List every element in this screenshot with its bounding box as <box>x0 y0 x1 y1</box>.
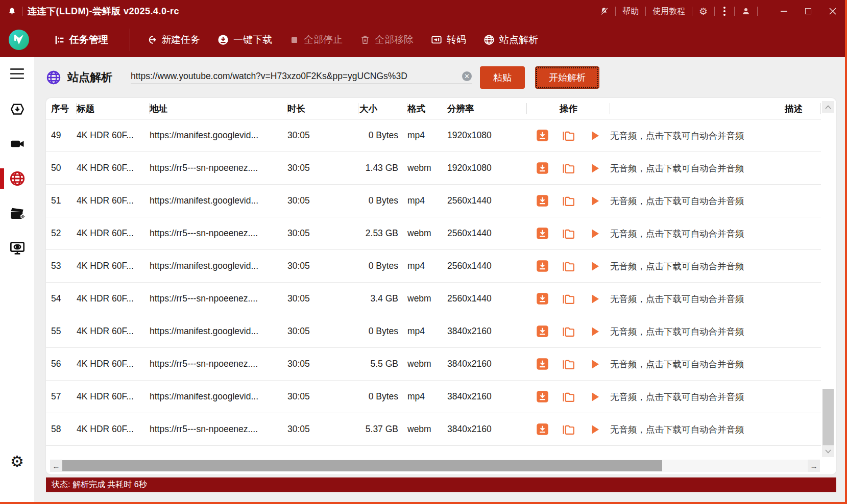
vertical-scrollbar[interactable] <box>822 101 834 457</box>
tab-task-manager[interactable]: 任务管理 <box>54 33 108 46</box>
settings-gear-icon[interactable]: ⚙ <box>10 454 24 469</box>
download-icon[interactable] <box>536 292 549 306</box>
clear-input-icon[interactable]: ✕ <box>462 71 472 81</box>
download-icon[interactable] <box>536 129 549 142</box>
horizontal-scrollbar[interactable]: ← → <box>50 460 820 472</box>
header-resolution: 分辨率 <box>447 102 527 116</box>
help-link[interactable]: 帮助 <box>622 6 639 17</box>
row-url: https://manifest.googlevid... <box>150 130 287 141</box>
open-folder-icon[interactable] <box>562 259 575 273</box>
open-folder-icon[interactable] <box>562 194 575 208</box>
open-folder-icon[interactable] <box>562 161 575 175</box>
row-resolution: 3840x2160 <box>447 391 527 402</box>
url-input[interactable] <box>131 71 458 82</box>
table-row[interactable]: 53 4K HDR 60F... https://manifest.google… <box>46 250 821 283</box>
play-icon[interactable] <box>588 129 601 142</box>
stop-all-label: 全部停止 <box>304 33 343 46</box>
open-folder-icon[interactable] <box>562 226 575 240</box>
play-icon[interactable] <box>588 226 601 240</box>
table-row[interactable]: 51 4K HDR 60F... https://manifest.google… <box>46 185 821 217</box>
start-parse-button[interactable]: 开始解析 <box>535 66 599 89</box>
open-folder-icon[interactable] <box>562 390 575 404</box>
table-row[interactable]: 55 4K HDR 60F... https://manifest.google… <box>46 315 821 348</box>
open-folder-icon[interactable] <box>562 292 575 306</box>
play-icon[interactable] <box>588 357 601 371</box>
settings-gear-icon[interactable]: ⚙ <box>699 7 708 16</box>
sidebar-item-media-add[interactable] <box>0 201 34 225</box>
play-icon[interactable] <box>588 324 601 338</box>
horizontal-scroll-thumb[interactable] <box>62 460 662 471</box>
tutorial-link[interactable]: 使用教程 <box>652 6 685 17</box>
download-icon[interactable] <box>536 226 549 240</box>
one-click-download-button[interactable]: 一键下载 <box>217 33 272 46</box>
row-size: 0 Bytes <box>358 326 407 337</box>
maximize-button[interactable] <box>796 0 820 22</box>
play-icon[interactable] <box>588 194 601 208</box>
play-icon[interactable] <box>588 259 601 273</box>
site-parse-globe-icon <box>46 70 61 85</box>
row-description: 无音频，点击下载可自动合并音频 <box>610 423 821 436</box>
close-button[interactable] <box>820 0 845 22</box>
open-folder-icon[interactable] <box>562 324 575 338</box>
paste-button[interactable]: 粘贴 <box>480 66 525 89</box>
play-icon[interactable] <box>588 422 601 436</box>
transcode-button[interactable]: 转码 <box>431 33 466 46</box>
table-row[interactable]: 52 4K HDR 60F... https://rr5---sn-npoeen… <box>46 217 821 250</box>
play-icon[interactable] <box>588 292 601 306</box>
table-row[interactable]: 58 4K HDR 60F... https://rr5---sn-npoeen… <box>46 413 821 446</box>
sidebar-item-downloads[interactable] <box>0 97 34 121</box>
table-row[interactable]: 49 4K HDR 60F... https://manifest.google… <box>46 119 821 152</box>
clapperboard-plus-icon <box>9 205 26 221</box>
table-row[interactable]: 54 4K HDR 60F... https://rr5---sn-npoeen… <box>46 283 821 315</box>
download-icon[interactable] <box>536 357 549 371</box>
menu-toggle-button[interactable] <box>7 65 27 82</box>
row-resolution: 2560x1440 <box>447 195 527 206</box>
table-row[interactable]: 56 4K HDR 60F... https://rr5---sn-npoeen… <box>46 348 821 381</box>
notification-bell-icon[interactable] <box>7 7 17 16</box>
row-resolution: 2560x1440 <box>447 261 527 271</box>
table-row[interactable]: 57 4K HDR 60F... https://manifest.google… <box>46 381 821 413</box>
download-icon[interactable] <box>536 259 549 273</box>
scroll-left-button[interactable]: ← <box>50 460 62 472</box>
scroll-up-button[interactable] <box>822 101 834 113</box>
download-icon[interactable] <box>536 422 549 436</box>
download-icon[interactable] <box>536 390 549 404</box>
scroll-down-button[interactable] <box>822 445 834 457</box>
titlebar-separator <box>714 7 715 16</box>
row-actions <box>527 194 610 208</box>
table-body: 49 4K HDR 60F... https://manifest.google… <box>46 119 836 446</box>
minimize-button[interactable] <box>771 0 796 22</box>
open-folder-icon[interactable] <box>562 129 575 142</box>
row-seq: 55 <box>51 326 77 337</box>
sidebar-item-site-parse[interactable] <box>0 167 34 190</box>
user-account-icon[interactable] <box>741 7 751 16</box>
download-icon[interactable] <box>536 324 549 338</box>
row-description: 无音频，点击下载可自动合并音频 <box>610 260 821 272</box>
play-icon[interactable] <box>588 390 601 404</box>
row-title: 4K HDR 60F... <box>77 326 150 337</box>
new-task-button[interactable]: 新建任务 <box>146 33 200 46</box>
new-task-label: 新建任务 <box>161 33 200 46</box>
mute-notifications-icon[interactable] <box>599 7 609 16</box>
download-icon[interactable] <box>536 194 549 208</box>
remove-all-label: 全部移除 <box>375 33 414 46</box>
tab-site-parse[interactable]: 站点解析 <box>483 33 538 46</box>
play-icon[interactable] <box>588 161 601 175</box>
sidebar-item-screen-watch[interactable] <box>0 236 34 260</box>
table-row[interactable]: 50 4K HDR 60F... https://rr5---sn-npoeen… <box>46 152 821 185</box>
horizontal-scroll-track[interactable] <box>62 460 808 472</box>
more-menu-icon[interactable] <box>721 7 728 16</box>
open-folder-icon[interactable] <box>562 357 575 371</box>
row-resolution: 3840x2160 <box>447 359 527 369</box>
scroll-right-button[interactable]: → <box>808 460 820 472</box>
row-description: 无音频，点击下载可自动合并音频 <box>610 391 821 403</box>
open-folder-icon[interactable] <box>562 422 575 436</box>
sidebar-item-video-tasks[interactable] <box>0 132 34 156</box>
vertical-scroll-thumb[interactable] <box>822 389 834 446</box>
row-url: https://rr5---sn-npoeenez.... <box>150 359 287 369</box>
row-duration: 30:05 <box>287 293 358 304</box>
app-body: ⚙ 站点解析 ✕ 粘贴 开始解析 序号 <box>0 57 845 502</box>
download-icon[interactable] <box>536 161 549 175</box>
results-table: 序号 标题 地址 时长 大小 格式 分辨率 操作 描述 49 4K HDR 60… <box>46 98 836 474</box>
row-url: https://manifest.googlevid... <box>150 326 287 337</box>
